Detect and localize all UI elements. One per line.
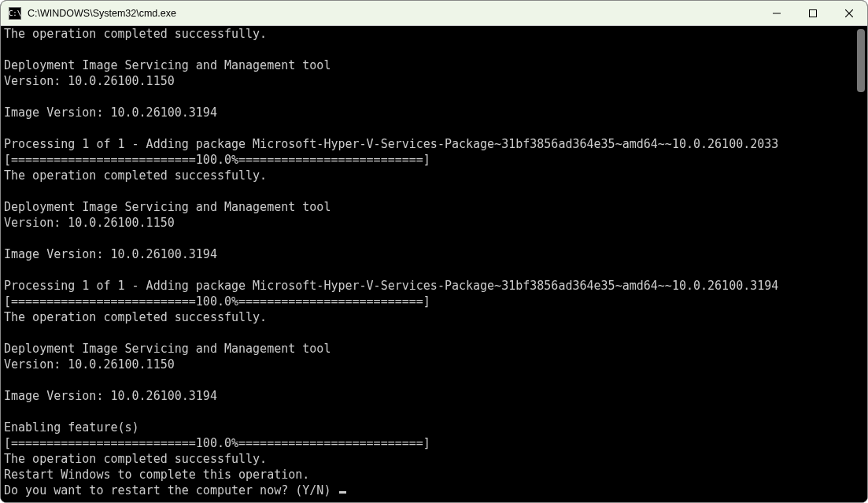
- terminal-line: Deployment Image Servicing and Managemen…: [4, 57, 855, 73]
- terminal-line: Do you want to restart the computer now?…: [4, 483, 855, 498]
- terminal-line: [4, 89, 855, 105]
- terminal-line: The operation completed successfully.: [4, 451, 855, 467]
- terminal-line: [4, 325, 855, 341]
- terminal-line: Processing 1 of 1 - Adding package Micro…: [4, 136, 855, 152]
- close-icon: [845, 9, 853, 17]
- window-controls: [759, 1, 867, 25]
- maximize-button[interactable]: [795, 1, 831, 25]
- terminal-line: The operation completed successfully.: [4, 168, 855, 183]
- terminal-line: Restart Windows to complete this operati…: [4, 467, 855, 483]
- window-title: C:\WINDOWS\System32\cmd.exe: [28, 8, 176, 19]
- terminal-line: [4, 231, 855, 246]
- terminal-line: [==========================100.0%=======…: [4, 435, 855, 451]
- terminal-line: [4, 404, 855, 420]
- scrollbar-thumb[interactable]: [857, 29, 865, 92]
- app-icon: C:\: [9, 7, 21, 20]
- terminal-line: Image Version: 10.0.26100.3194: [4, 388, 855, 404]
- minimize-icon: [773, 9, 781, 17]
- terminal-line: Image Version: 10.0.26100.3194: [4, 105, 855, 120]
- terminal-line: [4, 183, 855, 199]
- terminal-line: Version: 10.0.26100.1150: [4, 73, 855, 89]
- terminal-line: Enabling feature(s): [4, 420, 855, 435]
- minimize-button[interactable]: [759, 1, 795, 25]
- close-button[interactable]: [831, 1, 867, 25]
- content-area: The operation completed successfully.Dep…: [1, 26, 867, 502]
- terminal-line: [==========================100.0%=======…: [4, 294, 855, 309]
- terminal-line: Version: 10.0.26100.1150: [4, 357, 855, 372]
- terminal-line: Deployment Image Servicing and Managemen…: [4, 341, 855, 357]
- terminal-line: Processing 1 of 1 - Adding package Micro…: [4, 278, 855, 294]
- cmd-window: C:\ C:\WINDOWS\System32\cmd.exe The oper…: [0, 0, 868, 503]
- terminal-line: [4, 120, 855, 136]
- terminal-line: Image Version: 10.0.26100.3194: [4, 246, 855, 262]
- cursor: [339, 491, 346, 494]
- terminal-line: [4, 372, 855, 388]
- terminal-output[interactable]: The operation completed successfully.Dep…: [1, 26, 855, 502]
- svg-rect-1: [810, 9, 817, 17]
- maximize-icon: [809, 9, 817, 17]
- terminal-line: [4, 262, 855, 278]
- titlebar[interactable]: C:\ C:\WINDOWS\System32\cmd.exe: [1, 1, 867, 26]
- terminal-line: Deployment Image Servicing and Managemen…: [4, 199, 855, 215]
- terminal-line: Version: 10.0.26100.1150: [4, 215, 855, 231]
- terminal-line: The operation completed successfully.: [4, 309, 855, 325]
- terminal-line: The operation completed successfully.: [4, 26, 855, 42]
- terminal-line: [==========================100.0%=======…: [4, 152, 855, 168]
- terminal-line: [4, 42, 855, 57]
- scrollbar[interactable]: [855, 26, 867, 502]
